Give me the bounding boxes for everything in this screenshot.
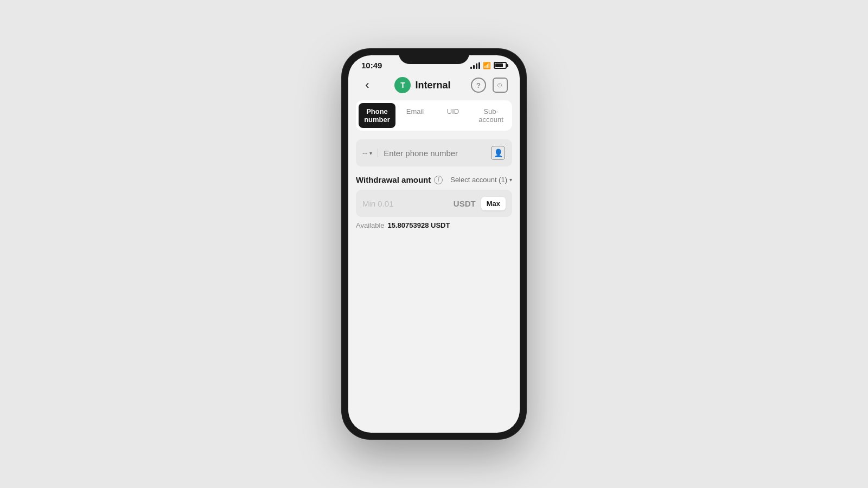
amount-placeholder: Min 0.01 — [362, 199, 454, 208]
logo-letter: T — [400, 81, 405, 89]
withdrawal-header: Withdrawal amount i Select account (1) ▾ — [356, 175, 512, 184]
notch — [399, 49, 469, 64]
status-icons: 📶 — [470, 62, 507, 69]
signal-icon — [470, 62, 480, 69]
info-icon: i — [434, 176, 443, 184]
phone-frame: 10:49 📶 ‹ T Intern — [342, 49, 526, 439]
tab-bar: Phone number Email UID Sub-account — [356, 100, 512, 131]
country-code: -- — [362, 149, 367, 157]
country-selector[interactable]: -- ▾ — [362, 149, 378, 157]
contact-book-icon: 👤 — [491, 146, 505, 160]
available-amount: 15.80753928 USDT — [388, 221, 450, 229]
header-actions: ? ⏲ — [470, 76, 509, 94]
history-icon: ⏲ — [493, 78, 508, 93]
phone-input-section: -- ▾ 👤 — [356, 139, 512, 166]
phone-number-input[interactable] — [384, 149, 490, 158]
contact-picker-button[interactable]: 👤 — [490, 145, 506, 160]
tab-uid[interactable]: UID — [435, 103, 471, 128]
tab-email[interactable]: Email — [397, 103, 433, 128]
select-account-label: Select account (1) — [450, 176, 507, 184]
select-account-button[interactable]: Select account (1) ▾ — [450, 176, 512, 184]
withdrawal-label-row: Withdrawal amount i — [356, 175, 443, 184]
currency-label: USDT — [454, 199, 476, 208]
back-button[interactable]: ‹ — [359, 77, 375, 93]
page-title: Internal — [415, 80, 450, 91]
phone-screen: 10:49 📶 ‹ T Intern — [348, 55, 520, 433]
phone-input-row: -- ▾ 👤 — [356, 139, 512, 166]
available-label: Available — [356, 221, 385, 229]
help-button[interactable]: ? — [470, 76, 487, 94]
history-button[interactable]: ⏲ — [492, 76, 509, 94]
withdrawal-label: Withdrawal amount — [356, 175, 431, 184]
header-title: T Internal — [394, 77, 450, 93]
dropdown-arrow-icon: ▾ — [369, 150, 372, 156]
header: ‹ T Internal ? ⏲ — [348, 72, 520, 100]
amount-input-row: Min 0.01 USDT Max — [356, 190, 512, 217]
max-button[interactable]: Max — [481, 197, 506, 210]
tab-phone-number[interactable]: Phone number — [359, 103, 395, 128]
help-icon: ? — [471, 78, 486, 93]
tab-sub-account[interactable]: Sub-account — [473, 103, 509, 128]
wifi-icon: 📶 — [483, 62, 491, 69]
logo-circle: T — [394, 77, 411, 93]
select-account-arrow-icon: ▾ — [509, 177, 512, 183]
back-chevron-icon: ‹ — [365, 79, 369, 91]
battery-icon — [494, 62, 507, 69]
available-row: Available 15.80753928 USDT — [356, 221, 512, 229]
withdrawal-section: Withdrawal amount i Select account (1) ▾… — [356, 175, 512, 229]
status-time: 10:49 — [361, 61, 382, 70]
